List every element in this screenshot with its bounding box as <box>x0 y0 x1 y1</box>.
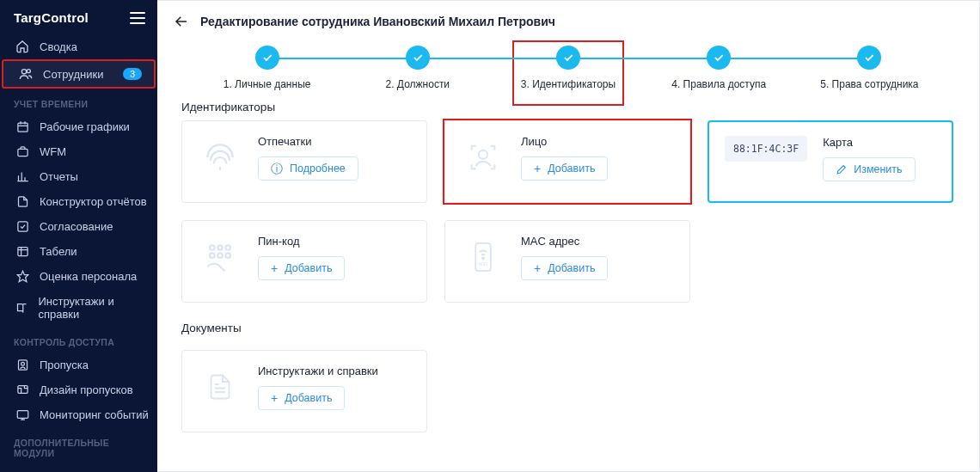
sidebar-item-performance[interactable]: Оценка персонала <box>0 264 157 289</box>
sidebar-item-label: Табели <box>40 245 77 258</box>
card-title: Инструктажи и справки <box>258 365 413 377</box>
sidebar-item-label: Сотрудники <box>43 68 103 81</box>
sidebar-item-monitoring[interactable]: Мониторинг событий <box>0 402 157 427</box>
sidebar-item-summary[interactable]: Сводка <box>0 34 157 59</box>
svg-point-8 <box>21 362 24 365</box>
step-label: 4. Правила доступа <box>671 78 766 90</box>
card-value: 88:1F:4C:3F <box>725 136 807 162</box>
sidebar-item-employees[interactable]: Сотрудники 3 <box>3 61 154 87</box>
menu-toggle[interactable] <box>130 12 145 24</box>
document-icon <box>198 365 242 409</box>
svg-rect-5 <box>17 248 27 256</box>
svg-point-17 <box>225 253 230 258</box>
documents-title: Документы <box>181 316 955 341</box>
svg-rect-2 <box>17 123 27 132</box>
sidebar-badge: 3 <box>123 68 142 80</box>
info-icon: ⓘ <box>271 162 283 175</box>
sidebar-item-report-builder[interactable]: Конструктор отчётов <box>0 189 157 214</box>
svg-point-16 <box>217 253 223 258</box>
sidebar-section-title: ДОПОЛНИТЕЛЬНЫЕ МОДУЛИ <box>0 427 157 463</box>
svg-point-14 <box>225 245 230 250</box>
card-title: MAC адрес <box>521 235 676 248</box>
sidebar-item-label: Дизайн пропусков <box>40 383 133 396</box>
card-pin: Пин-код + Добавить <box>181 220 427 303</box>
svg-point-19 <box>482 257 484 259</box>
badge-icon <box>14 359 31 371</box>
stepper: 1. Личные данные 2. Должности 3. Идентиф… <box>157 37 979 95</box>
step-access-rules[interactable]: 4. Правила доступа <box>644 46 794 90</box>
svg-rect-3 <box>17 149 27 156</box>
sidebar-item-label: WFM <box>40 145 66 158</box>
bars-icon <box>14 170 31 183</box>
card-mac: WIFI MAC адрес + Добавить <box>444 220 690 303</box>
back-arrow-icon[interactable] <box>173 13 190 30</box>
wifi-icon: WIFI <box>461 235 505 279</box>
step-rights[interactable]: 5. Права сотрудника <box>794 46 945 90</box>
card-title: Карта <box>823 136 938 149</box>
mac-add-button[interactable]: + Добавить <box>521 256 608 280</box>
sidebar-section-title: КОНТРОЛЬ ДОСТУПА <box>0 327 157 352</box>
sidebar-item-label: Пропуска <box>40 359 89 371</box>
identifiers-title: Идентификаторы <box>157 95 979 120</box>
page-title: Редактирование сотрудника Ивановский Мих… <box>200 15 555 28</box>
svg-point-11 <box>479 150 487 159</box>
users-icon <box>17 67 34 81</box>
step-personal[interactable]: 1. Личные данные <box>192 46 342 90</box>
sidebar-item-label: Мониторинг событий <box>40 408 149 421</box>
case-icon <box>14 145 31 158</box>
svg-point-1 <box>27 70 30 73</box>
monitor-icon <box>14 408 31 421</box>
sidebar-item-approvals[interactable]: Согласование <box>0 214 157 239</box>
step-label: 5. Права сотрудника <box>820 78 918 90</box>
face-icon <box>461 135 505 180</box>
fingerprint-details-button[interactable]: ⓘ Подробнее <box>258 156 358 181</box>
sidebar-item-wfm[interactable]: WFM <box>0 139 157 164</box>
sidebar-item-label: Инструктажи и справки <box>38 295 149 321</box>
step-identifiers[interactable]: 3. Идентификаторы <box>493 46 643 90</box>
pin-add-button[interactable]: + Добавить <box>258 256 345 280</box>
fingerprint-icon <box>198 135 242 180</box>
sidebar-item-label: Оценка персонала <box>40 270 137 283</box>
plus-icon: + <box>534 262 541 274</box>
step-label: 2. Должности <box>386 78 450 90</box>
document-add-button[interactable]: + Добавить <box>258 386 345 410</box>
card-document: Инструктажи и справки + Добавить <box>181 350 427 432</box>
sidebar-item-timesheets[interactable]: Табели <box>0 239 157 264</box>
sidebar-item-pass-design[interactable]: Дизайн пропусков <box>0 377 157 402</box>
pin-icon <box>198 235 242 279</box>
star-icon <box>14 270 31 283</box>
plus-icon: + <box>534 162 541 175</box>
button-label: Подробнее <box>290 162 346 175</box>
card-fingerprint: Отпечатки ⓘ Подробнее <box>181 120 427 203</box>
svg-text:WIFI: WIFI <box>479 261 488 267</box>
button-label: Добавить <box>285 392 332 404</box>
sidebar-item-reports[interactable]: Отчеты <box>0 164 157 189</box>
sidebar-item-label: Сводка <box>40 40 77 53</box>
table-icon <box>14 245 31 258</box>
step-label: 1. Личные данные <box>224 78 311 90</box>
plus-icon: + <box>271 262 278 274</box>
check-icon <box>14 220 31 233</box>
brand-logo: TargControl <box>14 10 89 25</box>
svg-rect-9 <box>17 386 27 394</box>
calendar-icon <box>14 120 31 133</box>
main-content: Редактирование сотрудника Ивановский Мих… <box>157 0 980 472</box>
step-positions[interactable]: 2. Должности <box>342 46 493 90</box>
sidebar-item-schedules[interactable]: Рабочие графики <box>0 114 157 139</box>
sidebar-item-label: Отчеты <box>40 170 78 183</box>
svg-point-12 <box>210 245 215 250</box>
book-icon <box>14 302 29 315</box>
card-card: 88:1F:4C:3F Карта Изменить <box>707 120 953 203</box>
pencil-icon <box>836 164 847 175</box>
sidebar-item-label: Конструктор отчётов <box>40 195 147 208</box>
svg-point-0 <box>21 70 26 74</box>
sidebar-item-passes[interactable]: Пропуска <box>0 352 157 377</box>
face-add-button[interactable]: + Добавить <box>521 156 608 181</box>
card-title: Отпечатки <box>258 135 413 148</box>
sidebar-item-label: Согласование <box>40 220 113 233</box>
card-title: Лицо <box>521 135 676 148</box>
sidebar-item-briefings[interactable]: Инструктажи и справки <box>0 289 157 327</box>
card-edit-button[interactable]: Изменить <box>823 157 915 181</box>
sidebar: TargControl Сводка Сотрудники 3 УЧЕТ ВРЕ… <box>0 0 157 472</box>
card-title: Пин-код <box>258 235 413 248</box>
